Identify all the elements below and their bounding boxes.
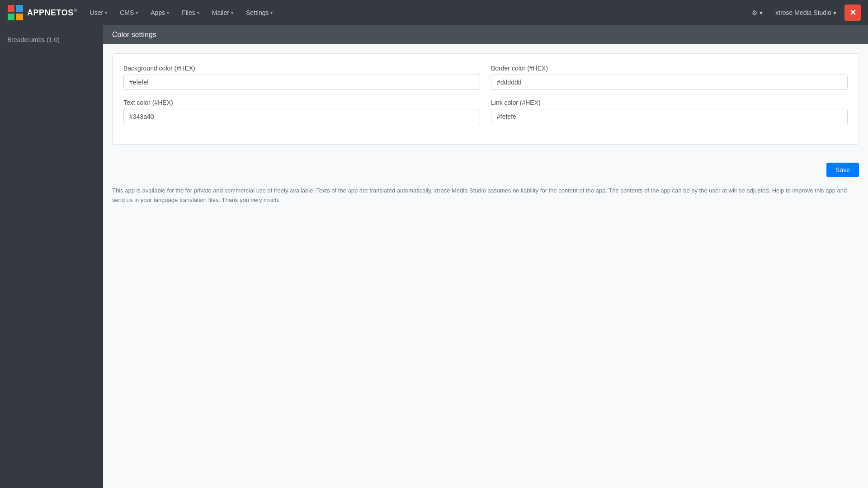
- close-button[interactable]: ✕: [844, 5, 861, 21]
- files-caret-icon: ▾: [197, 10, 199, 15]
- text-color-label: Text color (#HEX): [123, 99, 480, 106]
- sidebar-breadcrumb: Breadcrumbs (1.0): [0, 33, 103, 47]
- footer-text: This app is available for the for privat…: [103, 186, 868, 214]
- brand-logo[interactable]: APPNETOS®: [7, 5, 77, 21]
- save-button[interactable]: Save: [826, 163, 859, 177]
- form-row-2: Text color (#HEX) Link color (#HEX): [123, 99, 848, 124]
- close-icon: ✕: [849, 8, 856, 18]
- svg-rect-0: [8, 5, 14, 12]
- settings-caret-icon: ▾: [270, 10, 273, 15]
- gear-icon: ⚙: [752, 9, 758, 16]
- studio-label: xtrose Media Studio: [775, 9, 831, 16]
- mailer-caret-icon: ▾: [231, 10, 233, 15]
- form-row-1: Background color (#HEX) Border color (#H…: [123, 65, 848, 90]
- text-color-input[interactable]: [123, 109, 480, 124]
- nav-item-mailer: Mailer ▾: [207, 5, 239, 20]
- navbar: APPNETOS® User ▾ CMS ▾ Apps ▾ Files ▾: [0, 0, 868, 25]
- logo-icon: [7, 5, 24, 21]
- gear-button[interactable]: ⚙ ▾: [747, 6, 767, 19]
- page-wrapper: Breadcrumbs (1.0) Color settings Backgro…: [0, 0, 868, 488]
- content-header: Color settings: [103, 25, 868, 44]
- studio-button[interactable]: xtrose Media Studio ▾: [771, 6, 841, 19]
- navbar-right: ⚙ ▾ xtrose Media Studio ▾ ✕: [747, 5, 861, 21]
- nav-apps-button[interactable]: Apps ▾: [145, 5, 175, 20]
- cms-caret-icon: ▾: [136, 10, 138, 15]
- nav-user-button[interactable]: User ▾: [85, 5, 113, 20]
- save-btn-wrapper: Save: [103, 163, 868, 186]
- bg-color-label: Background color (#HEX): [123, 65, 480, 72]
- link-color-group: Link color (#HEX): [491, 99, 848, 124]
- brand-name: APPNETOS®: [27, 8, 77, 18]
- nav-item-settings: Settings ▾: [241, 5, 278, 20]
- border-color-group: Border color (#HEX): [491, 65, 848, 90]
- user-caret-icon: ▾: [105, 10, 107, 15]
- apps-caret-icon: ▾: [167, 10, 169, 15]
- nav-settings-button[interactable]: Settings ▾: [241, 5, 278, 20]
- bg-color-input[interactable]: [123, 75, 480, 90]
- link-color-input[interactable]: [491, 109, 848, 124]
- svg-rect-2: [8, 14, 14, 20]
- text-color-group: Text color (#HEX): [123, 99, 480, 124]
- page-title: Color settings: [112, 31, 156, 38]
- link-color-label: Link color (#HEX): [491, 99, 848, 106]
- nav-files-button[interactable]: Files ▾: [176, 5, 205, 20]
- main-content: Color settings Background color (#HEX) B…: [103, 25, 868, 488]
- sidebar: Breadcrumbs (1.0): [0, 25, 103, 488]
- nav-links: User ▾ CMS ▾ Apps ▾ Files ▾ Mailer: [85, 5, 748, 20]
- nav-cms-button[interactable]: CMS ▾: [114, 5, 143, 20]
- nav-item-user: User ▾: [85, 5, 113, 20]
- bg-color-group: Background color (#HEX): [123, 65, 480, 90]
- nav-item-cms: CMS ▾: [114, 5, 143, 20]
- nav-item-apps: Apps ▾: [145, 5, 175, 20]
- svg-rect-3: [16, 14, 23, 20]
- studio-caret-icon: ▾: [833, 9, 836, 16]
- nav-item-files: Files ▾: [176, 5, 205, 20]
- border-color-label: Border color (#HEX): [491, 65, 848, 72]
- settings-card: Background color (#HEX) Border color (#H…: [112, 53, 859, 145]
- border-color-input[interactable]: [491, 75, 848, 90]
- nav-mailer-button[interactable]: Mailer ▾: [207, 5, 239, 20]
- content-body: Background color (#HEX) Border color (#H…: [103, 44, 868, 163]
- gear-caret-icon: ▾: [760, 9, 763, 16]
- svg-rect-1: [16, 5, 23, 12]
